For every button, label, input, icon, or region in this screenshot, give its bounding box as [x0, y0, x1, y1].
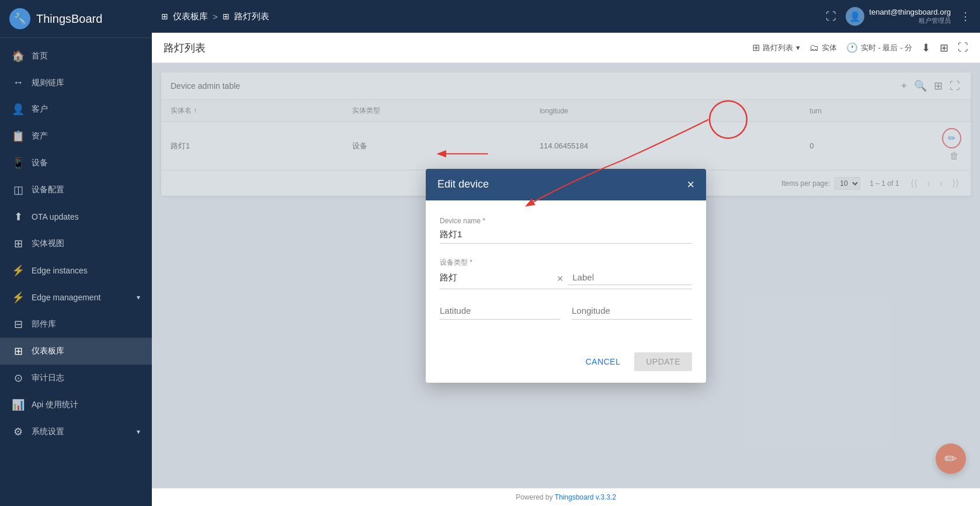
- user-menu[interactable]: 👤 tenant@thingsboard.org 租户管理员: [846, 7, 951, 26]
- cancel-button[interactable]: Cancel: [576, 352, 630, 371]
- entity-view-icon: ⊞: [12, 237, 25, 250]
- update-button[interactable]: Update: [634, 352, 692, 371]
- avatar: 👤: [846, 7, 864, 26]
- edge-instances-icon: ⚡: [12, 264, 25, 277]
- sidebar-item-label: 系统设置: [32, 427, 130, 437]
- footer: Powered by Thingsboard v.3.3.2: [152, 488, 980, 506]
- fullscreen-dashboard-button[interactable]: ⛶: [958, 41, 968, 54]
- sidebar-item-edge-management[interactable]: ⚡ Edge management ▾: [0, 284, 152, 311]
- clear-device-type-button[interactable]: ×: [555, 273, 566, 285]
- sidebar-nav: 🏠 首页 ↔ 规则链库 👤 客户 📋 资产 📱 设备 ◫ 设备配置 ⬆ OTA …: [0, 38, 152, 506]
- sidebar-item-label: 审计日志: [32, 373, 140, 383]
- device-name-field: Device name *: [440, 217, 692, 244]
- sidebar-item-dashboards[interactable]: ⊞ 仪表板库: [0, 338, 152, 365]
- dashboard-list-control[interactable]: ⊞ 路灯列表 ▾: [752, 42, 800, 53]
- sidebar-item-assets[interactable]: 📋 资产: [0, 123, 152, 150]
- list-label: 路灯列表: [763, 43, 793, 53]
- powered-by-text: Powered by: [516, 493, 555, 501]
- dashboard-title: 路灯列表: [164, 41, 752, 55]
- sidebar-item-devices[interactable]: 📱 设备: [0, 150, 152, 176]
- edit-device-modal: Edit device × Device name * 设备类型 *: [426, 169, 706, 383]
- sidebar-logo[interactable]: 🔧 ThingsBoard: [0, 0, 152, 38]
- audit-log-icon: ⊙: [12, 372, 25, 384]
- latitude-field: [440, 303, 560, 320]
- topbar: ⊞ 仪表板库 > ⊞ 路灯列表 ⛶ 👤 tenant@thingsboard.o…: [152, 0, 980, 33]
- entity-icon: 🗂: [809, 43, 819, 53]
- bc-separator: >: [213, 12, 218, 22]
- dashboards-icon: ⊞: [12, 345, 25, 358]
- home-icon: 🏠: [12, 50, 25, 63]
- dashboard-header: 路灯列表 ⊞ 路灯列表 ▾ 🗂 实体 🕐 实时 - 最后 - 分 ⬇ ⊞ ⛶: [152, 33, 980, 63]
- device-type-field: 设备类型 * ×: [440, 258, 692, 289]
- user-email: tenant@thingsboard.org: [869, 8, 951, 16]
- logo-icon: 🔧: [9, 8, 30, 29]
- customers-icon: 👤: [12, 103, 25, 116]
- sidebar-item-label: Edge management: [32, 293, 130, 302]
- chevron-down-icon: ▾: [137, 428, 140, 436]
- chevron-down-icon: ▾: [137, 293, 140, 301]
- settings-icon: ⚙: [12, 425, 25, 438]
- sidebar-item-device-config[interactable]: ◫ 设备配置: [0, 176, 152, 203]
- time-label: 实时 - 最后 - 分: [861, 43, 912, 53]
- sidebar-item-label: 客户: [32, 104, 140, 115]
- sidebar-item-label: 规则链库: [32, 78, 140, 88]
- list-icon: ⊞: [752, 42, 760, 53]
- sidebar-item-label: 部件库: [32, 319, 140, 330]
- user-info: tenant@thingsboard.org 租户管理员: [869, 8, 951, 25]
- time-control[interactable]: 🕐 实时 - 最后 - 分: [846, 42, 912, 53]
- main-content: ⊞ 仪表板库 > ⊞ 路灯列表 ⛶ 👤 tenant@thingsboard.o…: [152, 0, 980, 506]
- sidebar-item-settings[interactable]: ⚙ 系统设置 ▾: [0, 418, 152, 445]
- bc-icon2: ⊞: [223, 12, 230, 21]
- logo-text: ThingsBoard: [36, 12, 102, 26]
- modal-overlay: Edit device × Device name * 设备类型 *: [152, 63, 980, 488]
- fullscreen-button[interactable]: ⛶: [826, 11, 836, 23]
- more-menu-button[interactable]: ⋮: [960, 10, 971, 23]
- topbar-actions: ⛶ 👤 tenant@thingsboard.org 租户管理员 ⋮: [826, 7, 971, 26]
- device-type-input[interactable]: [440, 271, 555, 285]
- sidebar-item-label: OTA updates: [32, 212, 140, 221]
- sidebar-item-label: 设备配置: [32, 185, 140, 195]
- sidebar-item-widgets[interactable]: ⊟ 部件库: [0, 311, 152, 338]
- device-name-label: Device name *: [440, 217, 692, 225]
- breadcrumb: ⊞ 仪表板库 > ⊞ 路灯列表: [161, 11, 826, 22]
- devices-icon: 📱: [12, 157, 25, 169]
- device-name-input[interactable]: [440, 227, 692, 244]
- api-usage-icon: 📊: [12, 398, 25, 411]
- sidebar-item-ota[interactable]: ⬆ OTA updates: [0, 203, 152, 230]
- modal-close-button[interactable]: ×: [687, 178, 694, 191]
- sidebar-item-rules[interactable]: ↔ 规则链库: [0, 70, 152, 96]
- dropdown-icon: ▾: [796, 43, 800, 52]
- sidebar-item-label: 设备: [32, 158, 140, 168]
- sidebar-item-customers[interactable]: 👤 客户: [0, 96, 152, 123]
- longitude-field: [572, 303, 692, 320]
- sidebar-item-home[interactable]: 🏠 首页: [0, 43, 152, 70]
- rules-icon: ↔: [12, 77, 25, 89]
- bc-item1[interactable]: 仪表板库: [173, 11, 208, 22]
- clock-icon: 🕐: [846, 42, 858, 53]
- device-type-row: ×: [440, 270, 692, 289]
- assets-icon: 📋: [12, 130, 25, 143]
- sidebar-item-label: 资产: [32, 131, 140, 141]
- entity-label: 实体: [822, 43, 837, 53]
- thingsboard-link[interactable]: Thingsboard v.3.3.2: [555, 493, 616, 501]
- lat-lon-row: [440, 303, 692, 334]
- bc-item2: 路灯列表: [234, 11, 269, 22]
- sidebar-item-audit-log[interactable]: ⊙ 审计日志: [0, 365, 152, 391]
- dashboard-controls: ⊞ 路灯列表 ▾ 🗂 实体 🕐 实时 - 最后 - 分 ⬇ ⊞ ⛶: [752, 41, 968, 54]
- sidebar-item-edge-instances[interactable]: ⚡ Edge instances: [0, 257, 152, 284]
- sidebar-item-api-usage[interactable]: 📊 Api 使用统计: [0, 391, 152, 418]
- longitude-input[interactable]: [572, 303, 692, 320]
- sidebar: 🔧 ThingsBoard 🏠 首页 ↔ 规则链库 👤 客户 📋 资产 📱 设备…: [0, 0, 152, 506]
- modal-header: Edit device ×: [426, 169, 706, 200]
- download-button[interactable]: ⬇: [922, 41, 930, 54]
- user-role: 租户管理员: [869, 16, 951, 25]
- grid-view-button[interactable]: ⊞: [940, 41, 948, 54]
- ota-icon: ⬆: [12, 210, 25, 223]
- sidebar-item-label: 首页: [32, 51, 140, 61]
- latitude-input[interactable]: [440, 303, 560, 320]
- modal-body: Device name * 设备类型 * ×: [426, 200, 706, 345]
- entity-control[interactable]: 🗂 实体: [809, 43, 837, 53]
- sidebar-item-entity-view[interactable]: ⊞ 实体视图: [0, 230, 152, 257]
- sidebar-item-label: 实体视图: [32, 238, 140, 249]
- label-input[interactable]: [568, 270, 692, 285]
